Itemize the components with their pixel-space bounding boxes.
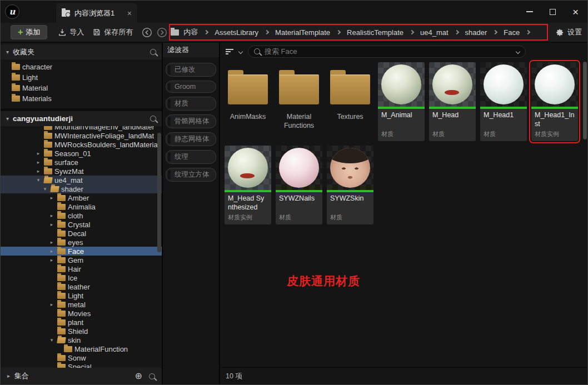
tree-item-materialfunction[interactable]: MaterialFunction [1,344,162,353]
asset-card-sywznails[interactable]: SYWZNails材质 [276,146,322,224]
breadcrumb-item[interactable]: Face [504,28,520,37]
chevron-down-icon[interactable]: ▾ [35,177,42,183]
tree-item-mountainvillageenv_landmater[interactable]: MountainVillageEnv_landMater [1,126,162,131]
filter-lines-icon[interactable] [226,49,233,54]
chevron-right-icon[interactable]: ▸ [7,373,10,379]
chevron-down-icon[interactable] [238,49,243,53]
collections-bar[interactable]: ▸ 集合 ⊕ [1,368,162,384]
tree-item-face[interactable]: ▸Face [1,247,162,256]
chevron-down-icon[interactable]: ▾ [48,337,55,343]
asset-card-sywzskin[interactable]: SYWZSkin材质 [327,146,373,224]
tree-item-shield[interactable]: Shield [1,327,162,336]
tree-item-leather[interactable]: leather [1,282,162,291]
favorites-header[interactable]: ▾ 收藏夹 [1,44,162,59]
breadcrumb-item[interactable]: MaterialTemplate [275,28,330,37]
chevron-right-icon[interactable]: ▸ [48,213,55,218]
breadcrumb-item[interactable]: RealisticTemplate [347,28,403,37]
tree-item-crystal[interactable]: ▸Crystal [1,220,162,229]
tree-scrollbar[interactable] [157,133,161,252]
chevron-right-icon[interactable]: ▸ [48,239,55,245]
asset-card-m_head1_inst[interactable]: M_Head1_Inst材质实例 [531,62,578,141]
chevron-down-icon[interactable]: ▾ [42,186,48,192]
filter-pill[interactable]: 材质 [166,97,216,111]
asset-card-m_animal[interactable]: M_Animal材质 [378,62,425,141]
tree-item-movies[interactable]: Movies [1,309,162,318]
chevron-right-icon[interactable]: ▸ [48,248,55,254]
tree-item-mwinteractivefoliage_landmat[interactable]: MWInteractiveFoliage_landMat [1,131,162,140]
chevron-down-icon[interactable]: ▾ [6,116,9,122]
tree-item-plant[interactable]: plant [1,318,162,327]
chevron-down-icon[interactable] [516,49,520,53]
favorite-item[interactable]: Light [1,72,162,83]
tree-item-ue4_mat[interactable]: ▾ue4_mat [1,176,162,184]
tree-item-amber[interactable]: ▸Amber [1,193,162,202]
chevron-down-icon[interactable]: ▾ [6,49,9,55]
folder-tile-textures[interactable]: Textures [325,62,376,141]
tab-close-icon[interactable]: × [127,9,132,17]
folder-icon [44,151,52,157]
tree-item-hair[interactable]: Hair [1,264,162,273]
asset-card-m_head[interactable]: M_Head材质 [429,62,476,141]
filter-pill[interactable]: 已修改 [166,63,216,77]
tree-item-light[interactable]: Light [1,291,162,300]
tree-item-cloth[interactable]: ▸cloth [1,211,162,220]
folder-tile-animmasks[interactable]: AnimMasks [222,62,273,141]
search-icon[interactable] [150,49,156,55]
tree-item-skin[interactable]: ▾skin [1,336,162,344]
breadcrumb-item[interactable]: shader [465,28,487,37]
filter-pill[interactable]: Groom [166,81,216,93]
settings-button[interactable]: 设置 [556,27,582,37]
search-icon[interactable] [150,116,156,122]
tree-item-season_01[interactable]: ▸Season_01 [1,149,162,158]
chevron-right-icon[interactable]: ▸ [48,302,55,307]
save-all-button[interactable]: 保存所有 [93,27,133,37]
chevron-right-icon[interactable]: ▸ [48,195,55,201]
tree-item-sonw[interactable]: Sonw [1,353,162,362]
asset-card-m_head1[interactable]: M_Head1材质 [480,62,527,141]
filter-pill[interactable]: 纹理立方体 [166,168,216,182]
import-button[interactable]: 导入 [58,27,84,37]
tree-item-sywzmat[interactable]: ▸SywzMat [1,167,162,176]
tree-item-decal[interactable]: Decal [1,229,162,238]
minimize-icon[interactable] [526,11,533,12]
favorite-item[interactable]: Material [1,83,162,93]
search-icon[interactable] [149,373,155,379]
favorite-item[interactable]: character [1,62,162,72]
chevron-right-icon[interactable]: ▸ [35,168,42,174]
tree-item-eyes[interactable]: ▸eyes [1,238,162,247]
breadcrumb-item[interactable]: 内容 [183,27,198,37]
tree-item-mwrocksboulders_landmateria[interactable]: MWRocksBoulders_landMateria [1,140,162,149]
favorite-label: Material [22,84,48,92]
asset-search-input[interactable] [265,47,512,56]
maximize-icon[interactable] [550,9,556,15]
add-button[interactable]: + 添加 [11,25,47,39]
tree-item-surface[interactable]: ▸surface [1,158,162,167]
breadcrumb-item[interactable]: ue4_mat [420,28,449,37]
tree-item-label: surface [54,158,78,167]
tree-item-shader[interactable]: ▾shader [1,184,162,193]
back-icon[interactable] [142,27,152,38]
filter-pill[interactable]: 骨骼网格体 [166,114,216,128]
content-browser-tab[interactable]: 内容浏览器1 × [56,3,137,23]
tree-item-ice[interactable]: Ice [1,273,162,282]
window-close-icon[interactable]: × [572,7,579,17]
chevron-right-icon[interactable]: ▸ [48,222,55,227]
tree-item-metal[interactable]: ▸metal [1,300,162,309]
add-collection-icon[interactable]: ⊕ [135,372,142,381]
chevron-right-icon[interactable]: ▸ [35,151,42,156]
sources-header[interactable]: ▾ cangyuantudierji [1,111,162,126]
asset-card-m_head-synthesized[interactable]: M_Head Synthesized材质实例 [225,146,271,224]
folder-tile-material-functions[interactable]: Material Functions [273,62,325,141]
forward-icon[interactable] [157,27,167,38]
asset-search-box[interactable] [248,46,526,58]
tree-item-gem[interactable]: ▸Gem [1,256,162,264]
filter-pill[interactable]: 纹理 [166,150,216,164]
filter-pill[interactable]: 静态网格体 [166,132,216,146]
tree-item-special[interactable]: Special [1,362,162,368]
asset-scrollbar[interactable] [583,62,587,139]
tree-item-animalia[interactable]: Animalia [1,202,162,211]
favorite-item[interactable]: Materials [1,93,162,104]
chevron-right-icon[interactable]: ▸ [35,159,42,165]
breadcrumb-item[interactable]: AssetsLibrary [215,28,258,37]
chevron-right-icon[interactable]: ▸ [48,257,55,263]
